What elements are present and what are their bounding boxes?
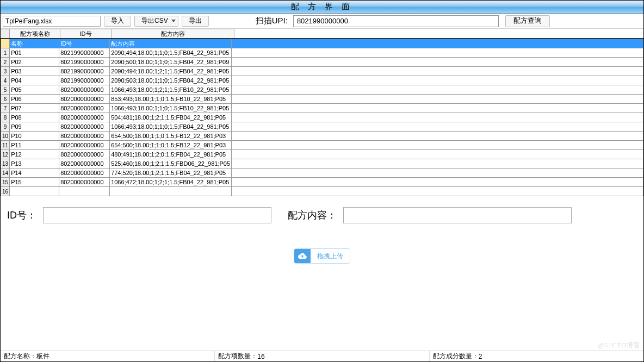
cell-rest[interactable] [232, 39, 643, 48]
cell-name[interactable]: P05 [10, 85, 59, 95]
cell-id[interactable]: 8021990000000 [59, 67, 110, 76]
export-csv-label: 导出CSV [141, 16, 168, 26]
cell-id[interactable]: 8020000000000 [59, 178, 110, 187]
cell-id[interactable]: 8021990000000 [59, 76, 110, 85]
cell-name[interactable]: P14 [10, 168, 59, 178]
table-row[interactable]: 9P0980200000000001066;493;18.00;1;1;0;1.… [1, 122, 643, 132]
cell-id[interactable]: 8020000000000 [59, 141, 110, 150]
table-row[interactable]: 名称ID号配方内容 [1, 39, 643, 48]
cell-name[interactable]: P04 [10, 76, 59, 85]
table-row[interactable]: 15P1580200000000001066;472;18.00;1;2;1;1… [1, 178, 643, 187]
cell-name[interactable]: 名称 [10, 39, 59, 48]
row-number: 13 [1, 159, 10, 168]
cell-content[interactable]: 504;481;18.00;1;2;1;1.5;FB04_22_981;P05 [110, 113, 232, 122]
table-row[interactable]: 8P088020000000000504;481;18.00;1;2;1;1.5… [1, 113, 643, 122]
cell-content[interactable]: 1066;493;18.00;1;1;0;1.5;FB04_22_981;P05 [110, 122, 232, 132]
cell-rest[interactable] [232, 76, 643, 85]
cell-name[interactable]: P15 [10, 178, 59, 187]
cell-name[interactable]: P12 [10, 150, 59, 159]
cell-id[interactable] [59, 187, 110, 196]
table-row[interactable]: 12P128020000000000480;491;18.00;1;2;0;1.… [1, 150, 643, 159]
table-row[interactable]: 10P108020000000000654;500;18.00;1;1;0;1.… [1, 132, 643, 141]
cell-rest[interactable] [232, 48, 643, 58]
cell-rest[interactable] [232, 178, 643, 187]
col-header-id[interactable]: ID号 [60, 29, 112, 38]
cell-name[interactable]: P08 [10, 113, 59, 122]
table-row[interactable]: 5P0580200000000001066;493;18.00;1;2;1;1.… [1, 85, 643, 95]
table-row[interactable]: 6P068020000000000853;493;18.00;1;1;0;1.5… [1, 95, 643, 104]
cell-content[interactable]: 654;500;18.00;1;1;0;1.5;FB12_22_981;P03 [110, 141, 232, 150]
cell-name[interactable]: P03 [10, 67, 59, 76]
cell-content[interactable]: 1066;493;18.00;1;2;1;1.5;FB10_22_981;P05 [110, 85, 232, 95]
cell-rest[interactable] [232, 132, 643, 141]
cell-rest[interactable] [232, 187, 643, 196]
cell-name[interactable]: P09 [10, 122, 59, 132]
cell-name[interactable] [10, 187, 59, 196]
cell-id[interactable]: 8020000000000 [59, 95, 110, 104]
cell-id[interactable]: 8021990000000 [59, 48, 110, 58]
cell-name[interactable]: P02 [10, 58, 59, 67]
cell-rest[interactable] [232, 141, 643, 150]
import-button[interactable]: 导入 [104, 16, 131, 27]
cell-id[interactable]: 8020000000000 [59, 85, 110, 95]
table-row[interactable]: 3P0380219900000002090;494;18.00;1;2;1;1.… [1, 67, 643, 76]
export-button[interactable]: 导出 [182, 16, 209, 27]
cell-id[interactable]: 8020000000000 [59, 122, 110, 132]
cell-content[interactable]: 2090;503;18.00;1;1;0;1.5;FB04_22_981;P05 [110, 76, 232, 85]
cell-id[interactable]: 8021990000000 [59, 58, 110, 67]
cell-id[interactable]: 8020000000000 [59, 104, 110, 113]
cell-rest[interactable] [232, 104, 643, 113]
cell-id[interactable]: 8020000000000 [59, 159, 110, 168]
table-row[interactable]: 4P0480219900000002090;503;18.00;1;1;0;1.… [1, 76, 643, 85]
cell-content[interactable]: 525;460;18.00;1;2;1;1.5;FBD06_22_981;P05 [110, 159, 232, 168]
cell-name[interactable]: P06 [10, 95, 59, 104]
cell-rest[interactable] [232, 95, 643, 104]
cell-name[interactable]: P10 [10, 132, 59, 141]
table-row[interactable]: 11P118020000000000654;500;18.00;1;1;0;1.… [1, 141, 643, 150]
table-row[interactable]: 7P0780200000000001066;493;18.00;1;1;0;1.… [1, 104, 643, 113]
cell-id[interactable]: 8020000000000 [59, 150, 110, 159]
cell-content[interactable]: 2090;494;18.00;1;1;0;1.5;FB04_22_981;P05 [110, 48, 232, 58]
export-csv-dropdown[interactable]: 导出CSV [134, 16, 178, 27]
cell-id[interactable]: 8020000000000 [59, 113, 110, 122]
col-header-name[interactable]: 配方项名称 [10, 29, 60, 38]
query-button[interactable]: 配方查询 [505, 15, 550, 27]
cell-content[interactable] [110, 187, 232, 196]
filename-input[interactable] [3, 16, 101, 27]
table-row[interactable]: 2P0280219900000002090;500;18.00;1;1;0;1.… [1, 58, 643, 67]
cell-rest[interactable] [232, 122, 643, 132]
cell-content[interactable]: 1066;493;18.00;1;1;0;1.5;FB10_22_981;P05 [110, 104, 232, 113]
cell-content[interactable]: 853;493;18.00;1;1;0;1.5;FB10_22_981;P05 [110, 95, 232, 104]
id-field[interactable] [43, 207, 271, 223]
cell-content[interactable]: 480;491;18.00;1;2;0;1.5;FB04_22_981;P05 [110, 150, 232, 159]
col-header-corner[interactable] [1, 29, 10, 38]
col-header-content[interactable]: 配方内容 [112, 29, 234, 38]
cell-content[interactable]: 654;500;18.00;1;1;0;1.5;FB12_22_981;P03 [110, 132, 232, 141]
content-field[interactable] [343, 207, 572, 223]
cell-rest[interactable] [232, 159, 643, 168]
cell-rest[interactable] [232, 150, 643, 159]
cell-id[interactable]: ID号 [59, 39, 110, 48]
upload-button[interactable]: 拖拽上传 [294, 248, 350, 264]
cell-content[interactable]: 1066;472;18.00;1;2;1;1.5;FB04_22_981;P05 [110, 178, 232, 187]
table-row[interactable]: 16 [1, 187, 643, 196]
cell-name[interactable]: P11 [10, 141, 59, 150]
cell-rest[interactable] [232, 168, 643, 178]
cell-name[interactable]: P13 [10, 159, 59, 168]
cell-name[interactable]: P07 [10, 104, 59, 113]
cell-id[interactable]: 8020000000000 [59, 132, 110, 141]
upi-input[interactable] [293, 15, 499, 27]
cell-content[interactable]: 774;520;18.00;1;2;1;1.5;FB04_22_981;P05 [110, 168, 232, 178]
cell-rest[interactable] [232, 67, 643, 76]
table-row[interactable]: 14P148020000000000774;520;18.00;1;2;1;1.… [1, 168, 643, 178]
cell-rest[interactable] [232, 113, 643, 122]
cell-rest[interactable] [232, 85, 643, 95]
cell-rest[interactable] [232, 58, 643, 67]
table-row[interactable]: 1P0180219900000002090;494;18.00;1;1;0;1.… [1, 48, 643, 58]
cell-name[interactable]: P01 [10, 48, 59, 58]
table-row[interactable]: 13P138020000000000525;460;18.00;1;2;1;1.… [1, 159, 643, 168]
cell-content[interactable]: 2090;500;18.00;1;1;0;1.5;FB04_22_981;P09 [110, 58, 232, 67]
cell-id[interactable]: 8020000000000 [59, 168, 110, 178]
cell-content[interactable]: 2090;494;18.00;1;2;1;1.5;FB04_22_981;P05 [110, 67, 232, 76]
cell-content[interactable]: 配方内容 [110, 39, 232, 48]
